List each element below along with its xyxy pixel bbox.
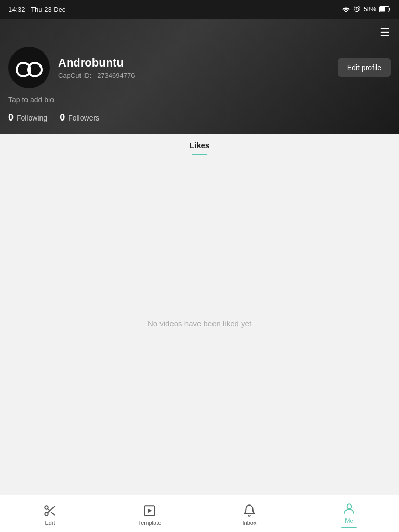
wifi-icon bbox=[342, 6, 350, 12]
battery-percent: 58% bbox=[364, 6, 376, 13]
person-icon bbox=[342, 502, 356, 515]
profile-header: ☰ Androbuntu CapCut ID: 2734694776 Edit … bbox=[0, 19, 399, 134]
nav-item-inbox[interactable]: Inbox bbox=[200, 502, 299, 526]
tabs-bar: Likes bbox=[0, 134, 399, 155]
svg-point-10 bbox=[347, 504, 352, 509]
nav-edit-label: Edit bbox=[45, 520, 55, 526]
battery-icon bbox=[379, 6, 391, 12]
nav-item-template[interactable]: Template bbox=[100, 502, 200, 526]
status-time: 14:32 bbox=[8, 6, 25, 14]
svg-line-7 bbox=[48, 508, 50, 510]
empty-state-message: No videos have been liked yet bbox=[148, 319, 251, 328]
status-bar: 14:32 Thu 23 Dec 58% bbox=[0, 0, 399, 19]
main-content: No videos have been liked yet bbox=[0, 155, 399, 491]
status-icons: 58% bbox=[342, 6, 391, 13]
nav-item-me[interactable]: Me bbox=[299, 500, 399, 528]
capcut-id-value: 2734694776 bbox=[97, 72, 135, 79]
avatar bbox=[8, 47, 50, 88]
nav-template-label: Template bbox=[138, 520, 162, 526]
svg-marker-9 bbox=[148, 508, 152, 513]
svg-rect-2 bbox=[380, 7, 385, 12]
status-time-date: 14:32 Thu 23 Dec bbox=[8, 6, 65, 14]
nav-inbox-label: Inbox bbox=[243, 520, 257, 526]
capcut-id: CapCut ID: 2734694776 bbox=[58, 72, 135, 79]
following-count: 0 bbox=[8, 112, 14, 123]
following-label: Following bbox=[17, 114, 47, 122]
bottom-nav: Edit Template Inbox Me bbox=[0, 495, 399, 532]
followers-stat[interactable]: 0 Followers bbox=[60, 112, 99, 123]
status-date: Thu 23 Dec bbox=[31, 6, 65, 14]
bell-icon bbox=[243, 504, 256, 517]
follow-stats: 0 Following 0 Followers bbox=[8, 112, 391, 123]
nav-item-edit[interactable]: Edit bbox=[0, 502, 100, 526]
capcut-id-label: CapCut ID: bbox=[58, 72, 91, 79]
capcut-logo bbox=[16, 60, 43, 75]
username: Androbuntu bbox=[58, 56, 135, 70]
template-icon bbox=[143, 504, 156, 517]
following-stat[interactable]: 0 Following bbox=[8, 112, 47, 123]
bio-placeholder[interactable]: Tap to add bio bbox=[8, 96, 391, 104]
menu-icon[interactable]: ☰ bbox=[380, 27, 391, 38]
alarm-icon bbox=[353, 6, 361, 13]
followers-label: Followers bbox=[68, 114, 99, 122]
svg-line-6 bbox=[51, 512, 55, 515]
tab-likes[interactable]: Likes bbox=[0, 134, 399, 155]
nav-active-indicator bbox=[341, 527, 357, 528]
edit-profile-button[interactable]: Edit profile bbox=[338, 58, 391, 77]
scissors-icon bbox=[43, 504, 57, 517]
nav-me-label: Me bbox=[345, 517, 353, 524]
followers-count: 0 bbox=[60, 112, 65, 123]
profile-text: Androbuntu CapCut ID: 2734694776 bbox=[58, 56, 135, 79]
